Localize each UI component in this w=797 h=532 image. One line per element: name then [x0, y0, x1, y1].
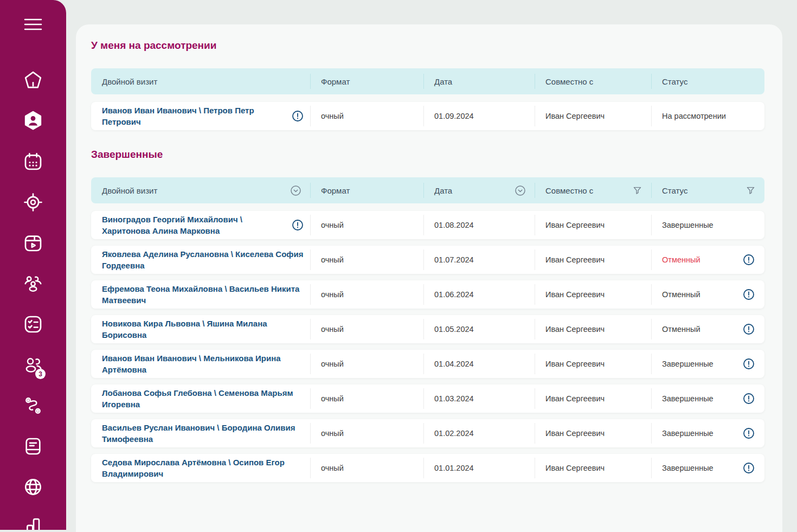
with-cell: Иван Сергеевич — [535, 102, 651, 130]
table-row[interactable]: Седова Мирослава Артёмовна \ Осипов Егор… — [91, 454, 764, 482]
sidebar-item-clients[interactable]: 3 — [0, 352, 66, 378]
visit-name-link[interactable]: Иванов Иван Иванович \ Петров Петр Петро… — [102, 105, 292, 127]
format-value: очный — [321, 221, 344, 229]
column-label: Статус — [662, 186, 687, 195]
with-value: Иван Сергеевич — [545, 429, 605, 438]
format-value: очный — [321, 394, 344, 403]
status-cell: Завершенные — [651, 211, 764, 239]
filter-icon[interactable] — [632, 185, 642, 196]
status-cell: Отменный — [651, 246, 764, 274]
column-header[interactable]: Совместно с — [535, 177, 651, 203]
table-row[interactable]: Яковлева Аделина Руслановна \ Киселева С… — [91, 246, 764, 274]
table-row[interactable]: Иванов Иван Иванович \ Мельникова Ирина … — [91, 350, 764, 378]
journal-icon — [22, 435, 44, 457]
sidebar-nav: 3 — [0, 67, 66, 530]
date-cell: 01.05.2024 — [423, 315, 535, 343]
info-icon[interactable] — [292, 219, 304, 231]
format-cell: очный — [310, 211, 423, 239]
visit-name-link[interactable]: Яковлева Аделина Руслановна \ Киселева С… — [102, 248, 310, 271]
sidebar-item-tasks[interactable] — [0, 311, 66, 337]
sidebar-item-stats[interactable] — [0, 515, 66, 530]
status-cell: Отменный — [651, 280, 764, 309]
chevron-down-icon[interactable] — [515, 185, 526, 196]
sidebar-item-journal[interactable] — [0, 433, 66, 459]
sidebar-item-profile[interactable] — [0, 108, 66, 134]
date-cell: 01.06.2024 — [423, 280, 535, 309]
column-header[interactable]: Статус — [651, 177, 764, 203]
date-value: 01.07.2024 — [434, 255, 474, 264]
info-icon[interactable] — [743, 427, 755, 439]
sidebar-item-home[interactable] — [0, 67, 66, 93]
info-icon[interactable] — [743, 462, 755, 474]
sidebar-item-team[interactable] — [0, 271, 66, 297]
visit-name-link[interactable]: Седова Мирослава Артёмовна \ Осипов Егор… — [102, 457, 310, 479]
date-cell: 01.07.2024 — [423, 246, 535, 274]
column-label: Двойной визит — [102, 186, 157, 195]
table-row[interactable]: Ефремова Теона Михайловна \ Васильев Ник… — [91, 280, 764, 309]
format-cell: очный — [310, 350, 423, 378]
status-cell: Завершенные — [651, 384, 764, 413]
table-row[interactable]: Иванов Иван Иванович \ Петров Петр Петро… — [91, 102, 764, 130]
format-value: очный — [321, 112, 344, 120]
column-header: Формат — [310, 177, 423, 203]
format-value: очный — [321, 429, 344, 438]
visit-name-link[interactable]: Ефремова Теона Михайловна \ Васильев Ник… — [102, 283, 310, 306]
date-value: 01.08.2024 — [434, 221, 474, 229]
visit-name-link[interactable]: Васильев Руслан Иванович \ Бородина Олив… — [102, 422, 310, 445]
globe-icon — [22, 476, 44, 498]
info-icon[interactable] — [292, 110, 304, 122]
visit-cell: Седова Мирослава Артёмовна \ Осипов Егор… — [91, 454, 310, 482]
visit-cell: Иванов Иван Иванович \ Мельникова Ирина … — [91, 350, 310, 378]
status-value: Завершенные — [662, 429, 714, 438]
table-header-row: Двойной визитФорматДатаСовместно сСтатус — [91, 68, 764, 94]
date-cell: 01.09.2024 — [423, 102, 535, 130]
table-row[interactable]: Виноградов Георгий Михайлович \ Харитоно… — [91, 211, 764, 239]
info-icon[interactable] — [743, 289, 755, 300]
with-value: Иван Сергеевич — [545, 221, 605, 229]
status-value: Завершенные — [662, 221, 714, 229]
date-value: 01.04.2024 — [434, 360, 474, 368]
table-row[interactable]: Новикова Кира Львовна \ Яшина Милана Бор… — [91, 315, 764, 343]
visit-cell: Виноградов Георгий Михайлович \ Харитоно… — [91, 211, 310, 239]
visit-name-link[interactable]: Иванов Иван Иванович \ Мельникова Ирина … — [102, 352, 310, 375]
sidebar-item-calendar[interactable] — [0, 149, 66, 175]
filter-icon[interactable] — [745, 185, 756, 196]
info-icon[interactable] — [743, 393, 755, 405]
table-row[interactable]: Васильев Руслан Иванович \ Бородина Олив… — [91, 419, 764, 447]
visit-name-link[interactable]: Лобанова Софья Глебовна \ Семенова Марья… — [102, 387, 310, 410]
column-header: Двойной визит — [91, 68, 310, 94]
sidebar-item-globe[interactable] — [0, 474, 66, 500]
date-cell: 01.04.2024 — [423, 350, 535, 378]
with-value: Иван Сергеевич — [545, 464, 605, 472]
profile-icon — [22, 110, 44, 132]
content-panel: У меня на рассмотренииДвойной визитФорма… — [76, 24, 782, 532]
info-icon[interactable] — [743, 254, 755, 266]
format-cell: очный — [310, 102, 423, 130]
with-value: Иван Сергеевич — [545, 255, 605, 264]
visits-section: У меня на рассмотренииДвойной визитФорма… — [91, 39, 764, 130]
format-value: очный — [321, 290, 344, 299]
sidebar-item-target[interactable] — [0, 189, 66, 215]
info-icon[interactable] — [743, 323, 755, 335]
with-cell: Иван Сергеевич — [535, 384, 651, 413]
column-label: Совместно с — [545, 186, 593, 195]
notification-badge: 3 — [35, 369, 46, 379]
hamburger-menu-icon[interactable] — [0, 16, 66, 33]
visit-name-link[interactable]: Виноградов Георгий Михайлович \ Харитоно… — [102, 214, 292, 236]
sidebar-item-route[interactable] — [0, 393, 66, 419]
table-row[interactable]: Лобанова Софья Глебовна \ Семенова Марья… — [91, 384, 764, 413]
format-value: очный — [321, 360, 344, 368]
column-header: Дата — [423, 68, 535, 94]
chevron-down-icon[interactable] — [290, 185, 301, 196]
sidebar-item-video-visits[interactable] — [0, 230, 66, 256]
status-cell: Отменный — [651, 315, 764, 343]
column-header[interactable]: Двойной визит — [91, 177, 310, 203]
visit-name-link[interactable]: Новикова Кира Львовна \ Яшина Милана Бор… — [102, 318, 310, 341]
with-value: Иван Сергеевич — [545, 325, 605, 334]
info-icon[interactable] — [743, 358, 755, 370]
column-header[interactable]: Дата — [423, 177, 535, 203]
date-cell: 01.01.2024 — [423, 454, 535, 482]
visit-cell: Васильев Руслан Иванович \ Бородина Олив… — [91, 419, 310, 447]
date-cell: 01.08.2024 — [423, 211, 535, 239]
app: 3 — [0, 0, 797, 532]
